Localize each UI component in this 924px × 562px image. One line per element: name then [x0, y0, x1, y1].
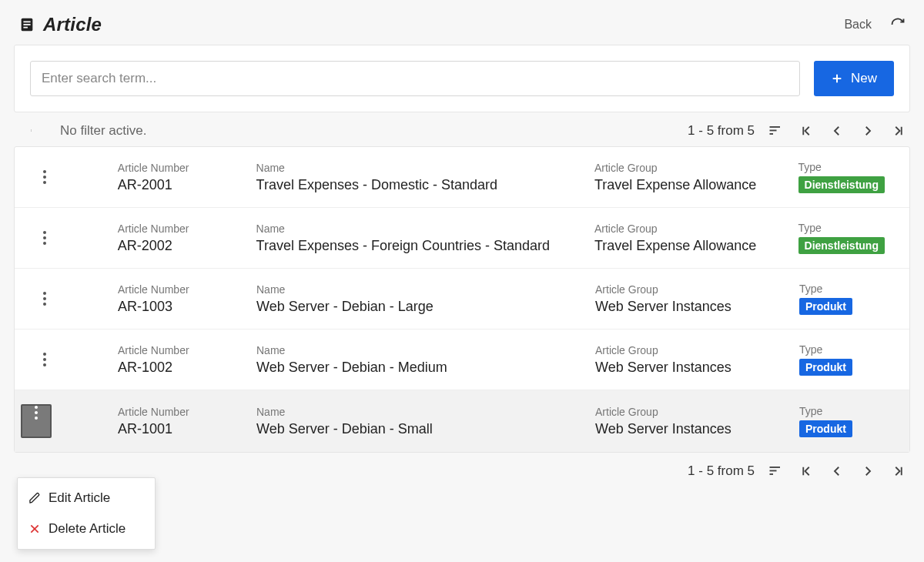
- cell-value: Web Server Instances: [595, 299, 790, 315]
- new-button[interactable]: New: [814, 61, 894, 96]
- row-context-menu: Edit Article Delete Article: [17, 477, 156, 550]
- row-menu-button[interactable]: [25, 170, 64, 184]
- svg-point-15: [43, 242, 46, 245]
- search-input[interactable]: [30, 61, 800, 96]
- article-icon: [18, 16, 35, 33]
- svg-point-14: [43, 236, 46, 239]
- cell-value: Web Server - Debian - Small: [256, 421, 586, 437]
- cell-value: Travel Expenses - Foreign Countries - St…: [256, 238, 585, 254]
- svg-point-21: [43, 363, 46, 366]
- filter-status: No filter active.: [60, 123, 688, 139]
- type-badge: Produkt: [799, 420, 852, 437]
- menu-edit-label: Edit Article: [49, 490, 110, 506]
- column-label: Article Group: [594, 222, 789, 235]
- table-row[interactable]: Article NumberAR-2002NameTravel Expenses…: [15, 208, 909, 269]
- cell-type: TypeProdukt: [799, 405, 894, 437]
- prev-page-icon[interactable]: [830, 124, 844, 138]
- cell-value: Web Server - Debian - Large: [256, 299, 586, 315]
- svg-point-22: [35, 406, 38, 409]
- sort-icon[interactable]: [768, 124, 782, 138]
- refresh-icon[interactable]: [890, 17, 906, 32]
- row-menu-button[interactable]: [25, 292, 64, 306]
- svg-rect-1: [23, 21, 30, 22]
- sort-icon[interactable]: [768, 464, 782, 478]
- cell-num: Article NumberAR-1002: [118, 344, 256, 376]
- cell-num: Article NumberAR-1003: [118, 283, 256, 315]
- svg-rect-26: [770, 470, 777, 472]
- column-label: Article Group: [595, 283, 790, 296]
- next-page-icon[interactable]: [861, 464, 875, 478]
- cell-type: TypeDienstleistung: [798, 222, 894, 254]
- column-label: Article Number: [118, 162, 247, 174]
- last-page-icon[interactable]: [892, 124, 906, 138]
- top-toolbar: No filter active. 1 - 5 from 5: [0, 112, 924, 146]
- column-label: Name: [256, 283, 586, 296]
- cell-value: AR-2001: [118, 177, 247, 193]
- close-icon: [28, 523, 41, 535]
- menu-delete-label: Delete Article: [49, 521, 126, 537]
- cell-value: AR-2002: [118, 238, 247, 254]
- svg-point-23: [35, 411, 38, 414]
- cell-value: Travel Expenses - Domestic - Standard: [256, 177, 585, 193]
- column-label: Type: [799, 405, 885, 417]
- menu-delete-article[interactable]: Delete Article: [18, 513, 155, 544]
- title-wrap: Article: [18, 14, 844, 35]
- cell-value: Web Server Instances: [595, 360, 790, 376]
- bottom-toolbar-icons: [768, 464, 906, 478]
- table-row[interactable]: Article NumberAR-1002NameWeb Server - De…: [15, 330, 909, 390]
- first-page-icon[interactable]: [799, 464, 813, 478]
- cell-value: Web Server - Debian - Medium: [256, 360, 586, 376]
- cell-num: Article NumberAR-2001: [118, 162, 256, 193]
- cell-group: Article GroupWeb Server Instances: [595, 344, 799, 376]
- column-label: Type: [799, 283, 885, 295]
- svg-rect-27: [770, 473, 774, 475]
- type-badge: Dienstleistung: [798, 237, 885, 254]
- svg-point-13: [43, 231, 46, 234]
- filter-menu-icon[interactable]: [26, 124, 38, 138]
- page-title: Article: [43, 14, 102, 35]
- article-list: Article NumberAR-2001NameTravel Expenses…: [14, 146, 910, 453]
- column-label: Name: [256, 406, 586, 418]
- cell-type: TypeProdukt: [799, 343, 894, 376]
- column-label: Type: [798, 222, 885, 234]
- column-label: Name: [256, 162, 585, 174]
- prev-page-icon[interactable]: [830, 464, 844, 478]
- table-row[interactable]: Article NumberAR-1001NameWeb Server - De…: [15, 390, 909, 452]
- table-row[interactable]: Article NumberAR-2001NameTravel Expenses…: [15, 147, 909, 208]
- back-button[interactable]: Back: [844, 18, 872, 32]
- column-label: Article Number: [118, 406, 247, 418]
- column-label: Type: [799, 343, 885, 356]
- column-label: Article Number: [118, 283, 247, 296]
- svg-point-24: [35, 416, 38, 420]
- cell-name: NameWeb Server - Debian - Large: [256, 283, 595, 315]
- cell-name: NameWeb Server - Debian - Medium: [256, 344, 595, 376]
- row-menu-button[interactable]: [25, 231, 64, 245]
- type-badge: Produkt: [799, 298, 852, 315]
- cell-group: Article GroupWeb Server Instances: [595, 283, 799, 315]
- new-button-label: New: [851, 71, 877, 86]
- svg-point-19: [43, 353, 46, 356]
- menu-edit-article[interactable]: Edit Article: [18, 483, 155, 513]
- row-menu-button[interactable]: [25, 353, 64, 366]
- top-toolbar-icons: [768, 124, 906, 138]
- cell-value: AR-1001: [118, 421, 247, 437]
- svg-point-4: [31, 129, 32, 130]
- column-label: Article Group: [594, 162, 789, 174]
- cell-name: NameTravel Expenses - Domestic - Standar…: [256, 162, 594, 193]
- type-badge: Produkt: [799, 359, 852, 376]
- row-menu-button[interactable]: [21, 404, 52, 438]
- last-page-icon[interactable]: [892, 464, 906, 478]
- cell-group: Article GroupWeb Server Instances: [595, 406, 799, 437]
- column-label: Article Group: [595, 406, 790, 418]
- table-row[interactable]: Article NumberAR-1003NameWeb Server - De…: [15, 269, 909, 330]
- cell-value: Travel Expense Allowance: [594, 177, 789, 193]
- svg-rect-25: [770, 467, 781, 468]
- next-page-icon[interactable]: [861, 124, 875, 138]
- column-label: Name: [256, 344, 586, 356]
- page-header: Article Back: [0, 0, 924, 45]
- column-label: Article Group: [595, 344, 790, 356]
- first-page-icon[interactable]: [799, 124, 813, 138]
- svg-point-12: [43, 181, 46, 184]
- svg-point-6: [31, 131, 32, 132]
- svg-point-20: [43, 358, 46, 361]
